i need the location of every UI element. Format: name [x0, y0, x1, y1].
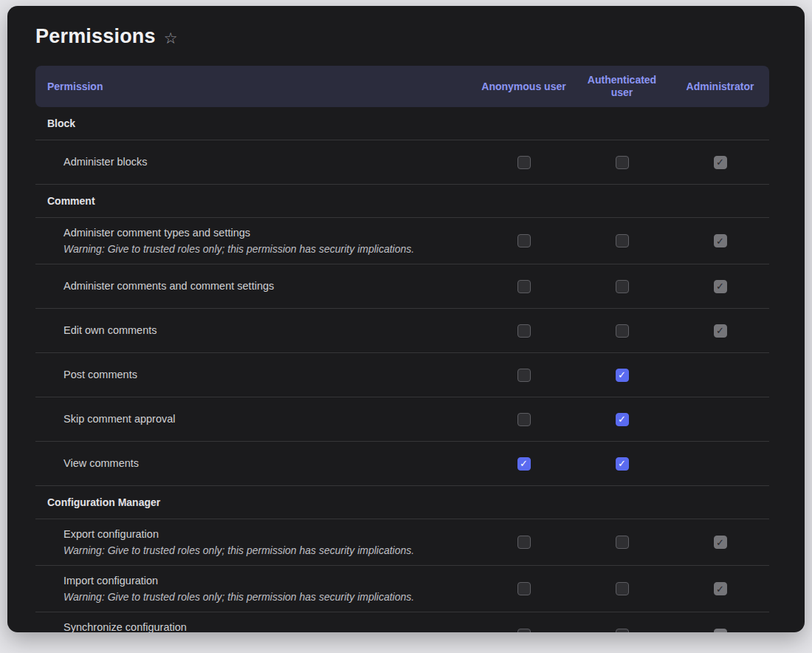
checkbox-anonymous[interactable] — [517, 413, 531, 426]
permission-row: Administer blocks✓ — [35, 140, 769, 185]
permission-label: Import configuration — [63, 573, 467, 589]
permission-row: Synchronize configurationWarning: Give t… — [35, 612, 769, 632]
permission-row: Edit own comments✓ — [35, 309, 769, 353]
checkbox-authenticated[interactable] — [616, 156, 629, 169]
checkbox-authenticated[interactable]: ✓ — [616, 413, 629, 426]
checkbox-cell-administrator: ✓ — [671, 324, 769, 338]
checkbox-anonymous[interactable] — [517, 629, 531, 632]
checkbox-authenticated[interactable] — [616, 582, 629, 595]
checkbox-anonymous[interactable] — [517, 324, 531, 338]
checkbox-anonymous[interactable] — [517, 536, 531, 549]
permission-label: Export configuration — [63, 527, 467, 542]
permission-label: Post comments — [63, 367, 467, 383]
checkbox-administrator: ✓ — [714, 280, 727, 293]
section-label: Comment — [47, 195, 95, 207]
checkbox-cell-anonymous — [475, 234, 573, 247]
permission-row: View comments✓✓ — [35, 442, 769, 486]
checkbox-administrator: ✓ — [714, 324, 727, 338]
permission-warning: Warning: Give to trusted roles only; thi… — [63, 589, 467, 604]
permission-label: Edit own comments — [63, 323, 467, 338]
checkbox-anonymous[interactable] — [517, 582, 531, 595]
checkbox-authenticated[interactable] — [616, 629, 629, 632]
checkbox-cell-administrator: ✓ — [671, 536, 769, 549]
permission-warning: Warning: Give to trusted roles only; thi… — [63, 242, 467, 256]
page-title: Permissions — [35, 25, 156, 48]
checkbox-cell-authenticated — [573, 582, 671, 595]
permission-label: Administer blocks — [63, 154, 467, 170]
permission-label: Synchronize configuration — [63, 620, 467, 632]
checkbox-administrator: ✓ — [714, 536, 727, 549]
checkbox-cell-anonymous — [475, 413, 573, 426]
checkbox-cell-authenticated — [573, 280, 671, 293]
permission-row: Administer comment types and settingsWar… — [35, 218, 769, 264]
permission-cell: Post comments — [35, 353, 475, 397]
permission-label: View comments — [63, 456, 467, 471]
checkbox-cell-anonymous — [475, 324, 573, 338]
section-header-row: Configuration Manager — [35, 486, 769, 519]
permission-label: Administer comment types and settings — [63, 225, 467, 241]
permission-cell: Import configurationWarning: Give to tru… — [35, 566, 475, 612]
star-icon[interactable]: ☆ — [164, 30, 178, 46]
permission-cell: Export configurationWarning: Give to tru… — [35, 519, 475, 565]
checkbox-cell-authenticated: ✓ — [573, 413, 671, 426]
permissions-panel: Permissions ☆ Permission Anonymous user … — [7, 6, 805, 632]
checkbox-anonymous[interactable] — [517, 156, 531, 169]
checkbox-cell-administrator: ✓ — [671, 629, 769, 632]
permission-cell: Edit own comments — [35, 309, 475, 352]
page-header: Permissions ☆ — [35, 25, 769, 48]
checkbox-cell-anonymous — [475, 369, 573, 382]
checkbox-cell-administrator: ✓ — [671, 234, 769, 247]
checkbox-authenticated[interactable] — [616, 234, 629, 247]
permission-cell: Skip comment approval — [35, 397, 475, 441]
section-label: Configuration Manager — [47, 496, 160, 508]
checkbox-authenticated[interactable]: ✓ — [616, 369, 629, 382]
checkbox-authenticated[interactable] — [616, 536, 629, 549]
checkbox-cell-administrator: ✓ — [671, 156, 769, 169]
checkbox-cell-administrator: ✓ — [671, 280, 769, 293]
permission-row: Import configurationWarning: Give to tru… — [35, 566, 769, 612]
checkbox-anonymous[interactable] — [517, 234, 531, 247]
table-header: Permission Anonymous user Authenticated … — [35, 66, 769, 107]
permission-cell: Administer blocks — [35, 140, 475, 184]
permission-row: Export configurationWarning: Give to tru… — [35, 519, 769, 566]
checkbox-cell-anonymous — [475, 536, 573, 549]
checkbox-administrator: ✓ — [714, 156, 727, 169]
checkbox-authenticated[interactable] — [616, 324, 629, 338]
checkbox-cell-anonymous — [475, 582, 573, 595]
permission-cell: View comments — [35, 442, 475, 485]
checkbox-cell-anonymous: ✓ — [475, 457, 573, 471]
table-body: BlockAdminister blocks✓CommentAdminister… — [35, 107, 769, 632]
checkbox-cell-authenticated — [573, 324, 671, 338]
checkbox-anonymous[interactable]: ✓ — [517, 457, 531, 471]
checkbox-cell-anonymous — [475, 629, 573, 632]
section-label: Block — [47, 117, 75, 129]
checkbox-cell-anonymous — [475, 280, 573, 293]
checkbox-cell-administrator: ✓ — [671, 582, 769, 595]
permission-cell: Administer comment types and settingsWar… — [35, 218, 475, 264]
column-header-authenticated-user: Authenticated user — [573, 66, 671, 106]
permission-row: Skip comment approval✓ — [35, 397, 769, 442]
checkbox-cell-authenticated — [573, 234, 671, 247]
permission-row: Post comments✓ — [35, 353, 769, 397]
checkbox-administrator: ✓ — [714, 629, 727, 632]
checkbox-cell-authenticated: ✓ — [573, 457, 671, 471]
permission-row: Administer comments and comment settings… — [35, 264, 769, 309]
column-header-permission: Permission — [35, 73, 475, 100]
column-header-administrator: Administrator — [671, 73, 769, 100]
permission-warning: Warning: Give to trusted roles only; thi… — [63, 543, 467, 558]
checkbox-administrator: ✓ — [714, 234, 727, 247]
checkbox-authenticated[interactable] — [616, 280, 629, 293]
section-header-row: Block — [35, 107, 769, 140]
column-header-anonymous-user: Anonymous user — [475, 73, 573, 100]
permission-cell: Administer comments and comment settings — [35, 264, 475, 308]
permission-label: Administer comments and comment settings — [63, 278, 467, 294]
checkbox-cell-authenticated — [573, 629, 671, 632]
permissions-table: Permission Anonymous user Authenticated … — [35, 66, 769, 632]
checkbox-anonymous[interactable] — [517, 369, 531, 382]
checkbox-cell-authenticated — [573, 536, 671, 549]
checkbox-cell-authenticated — [573, 156, 671, 169]
checkbox-anonymous[interactable] — [517, 280, 531, 293]
checkbox-authenticated[interactable]: ✓ — [616, 457, 629, 471]
checkbox-cell-authenticated: ✓ — [573, 369, 671, 382]
permission-cell: Synchronize configurationWarning: Give t… — [35, 612, 475, 632]
